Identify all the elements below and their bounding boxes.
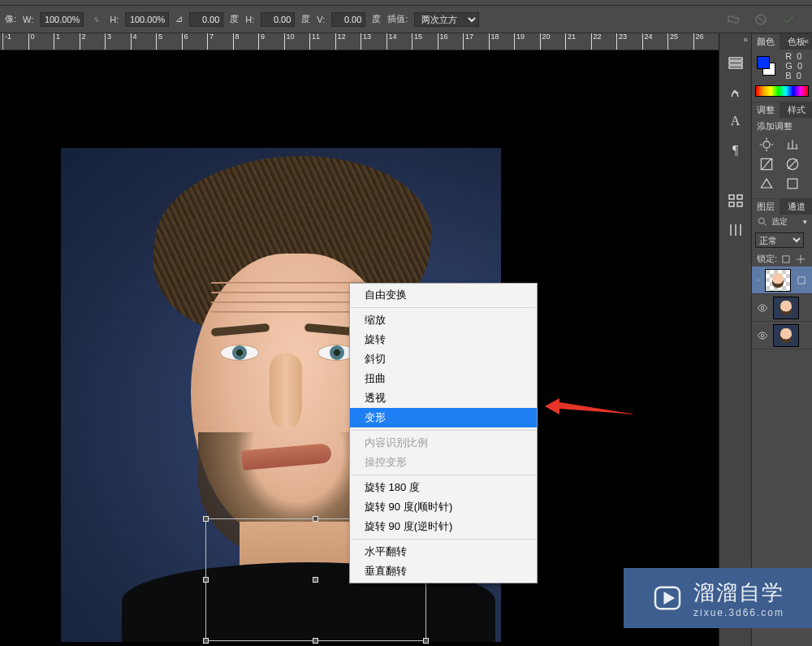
exposure-icon[interactable] [784, 156, 801, 172]
watermark-logo-icon [651, 582, 684, 614]
label-w: W: [23, 15, 33, 24]
panel-icon[interactable] [726, 191, 745, 210]
ctxm-flip-h[interactable]: 水平翻转 [350, 542, 537, 561]
ctxm-warp[interactable]: 变形 [350, 408, 537, 427]
lock-pixels-icon[interactable] [780, 254, 792, 265]
svg-rect-1 [729, 58, 742, 60]
warp-mode-icon[interactable] [726, 12, 741, 27]
ctxm-distort[interactable]: 扭曲 [350, 369, 537, 388]
lock-position-icon[interactable] [795, 254, 806, 265]
layer-filter-icon[interactable] [757, 216, 768, 228]
svg-point-17 [761, 334, 764, 337]
watermark-domain: zixue.3d66.com [693, 607, 784, 618]
tab-adjust[interactable]: 调整 [752, 102, 780, 118]
canvas[interactable]: 自由变换 缩放 旋转 斜切 扭曲 透视 变形 内容识别比例 操控变形 旋转 18… [0, 50, 707, 646]
ruler-tick: 1 [54, 33, 80, 50]
history-panel-icon[interactable] [726, 53, 745, 72]
svg-rect-7 [737, 202, 742, 206]
ctxm-separator [351, 475, 536, 475]
chevron-down-icon[interactable]: ▾ [803, 218, 807, 226]
layer-row[interactable] [752, 294, 812, 322]
svg-rect-13 [783, 255, 789, 262]
filter-icon[interactable] [796, 275, 807, 286]
channel-b-value: 0 [797, 71, 801, 80]
character-panel-icon[interactable] [726, 82, 745, 102]
ruler-tick: 16 [438, 33, 464, 50]
ctxm-rotate-90-cw[interactable]: 旋转 90 度(顺时针) [350, 497, 537, 517]
ctxm-separator [351, 430, 536, 431]
brightness-contrast-icon[interactable] [758, 137, 775, 153]
angle-unit: 度 [230, 13, 239, 25]
commit-transform-icon[interactable] [781, 12, 796, 27]
panel-icon[interactable] [726, 220, 745, 240]
label-v-skew: V: [317, 15, 325, 24]
tab-channels[interactable]: 通道 [783, 199, 810, 215]
ctxm-content-aware-scale: 内容识别比例 [350, 433, 537, 453]
fg-color-swatch[interactable] [757, 56, 770, 69]
ctxm-scale[interactable]: 缩放 [350, 310, 537, 330]
transform-context-menu[interactable]: 自由变换 缩放 旋转 斜切 扭曲 透视 变形 内容识别比例 操控变形 旋转 18… [349, 283, 538, 583]
collapsed-panel-dock: « A ¶ [719, 33, 751, 646]
ruler-tick: 11 [309, 33, 335, 50]
ruler-tick: 12 [335, 33, 361, 50]
ctxm-rotate[interactable]: 旋转 [350, 330, 537, 349]
ctxm-free-transform[interactable]: 自由变换 [350, 285, 537, 305]
layer-visibility-icon[interactable] [757, 275, 760, 286]
layer-visibility-icon[interactable] [757, 302, 768, 314]
ctxm-flip-v[interactable]: 垂直翻转 [350, 561, 537, 581]
ruler-tick: 3 [105, 33, 131, 50]
expand-dock-icon[interactable]: « [743, 35, 748, 44]
layer-thumb [773, 324, 799, 347]
tab-styles[interactable]: 样式 [783, 102, 810, 118]
svg-rect-11 [788, 179, 797, 189]
paragraph-panel-icon[interactable]: ¶ [726, 141, 745, 160]
layer-thumb [773, 297, 799, 319]
vskew-field[interactable] [331, 12, 365, 27]
width-field[interactable] [40, 12, 84, 27]
svg-point-14 [758, 280, 759, 280]
ruler-tick: 14 [387, 33, 412, 50]
interp-select[interactable]: 两次立方 [414, 12, 479, 27]
channel-r-value: 0 [797, 51, 801, 61]
svg-point-16 [761, 306, 764, 310]
collapse-dock-icon[interactable]: « [804, 36, 809, 46]
layer-visibility-icon[interactable] [757, 330, 768, 341]
options-bar: 像: W: H: ⊿ 度 H: 度 V: 度 插值: 两次立方 [0, 5, 812, 33]
hue-sat-icon[interactable] [784, 176, 801, 192]
angle-field[interactable] [189, 12, 223, 27]
ruler-tick: 18 [489, 33, 515, 50]
type-panel-icon[interactable]: A [726, 111, 745, 131]
fg-bg-swatch[interactable] [757, 56, 775, 76]
ruler-tick: 2 [80, 33, 106, 50]
channel-b-label: B [785, 71, 791, 80]
hskew-field[interactable] [261, 12, 295, 27]
ctxm-separator [351, 307, 536, 308]
levels-icon[interactable] [784, 137, 801, 153]
ctxm-puppet-warp: 操控变形 [350, 453, 537, 472]
vibrance-icon[interactable] [758, 176, 775, 192]
curves-icon[interactable] [758, 156, 775, 172]
ruler-tick: 0 [28, 33, 54, 50]
hue-ramp[interactable] [755, 85, 809, 97]
channel-g-label: G [785, 61, 793, 71]
svg-rect-4 [729, 195, 734, 199]
layer-filter-label: 选定 [771, 216, 788, 228]
ctxm-rotate-90-ccw[interactable]: 旋转 90 度(逆时针) [350, 517, 537, 536]
watermark: 溜溜自学 zixue.3d66.com [624, 568, 812, 628]
height-field[interactable] [125, 12, 169, 27]
ctxm-skew[interactable]: 斜切 [350, 349, 537, 369]
ruler-tick: 13 [361, 33, 387, 50]
ruler-tick: 15 [412, 33, 438, 50]
blend-mode-select[interactable]: 正常 [755, 232, 804, 248]
tab-color[interactable]: 颜色 [752, 34, 780, 50]
ctxm-rotate-180[interactable]: 旋转 180 度 [350, 478, 537, 497]
ctxm-perspective[interactable]: 透视 [350, 388, 537, 408]
cancel-transform-icon[interactable] [754, 12, 768, 27]
tab-layers[interactable]: 图层 [752, 199, 780, 215]
link-aspect-icon[interactable] [90, 13, 103, 26]
adjust-title: 添加调整 [752, 118, 812, 135]
layer-row[interactable] [752, 322, 812, 349]
svg-rect-15 [798, 276, 805, 283]
ruler-tick: 19 [514, 33, 540, 50]
layer-row[interactable] [752, 267, 812, 294]
